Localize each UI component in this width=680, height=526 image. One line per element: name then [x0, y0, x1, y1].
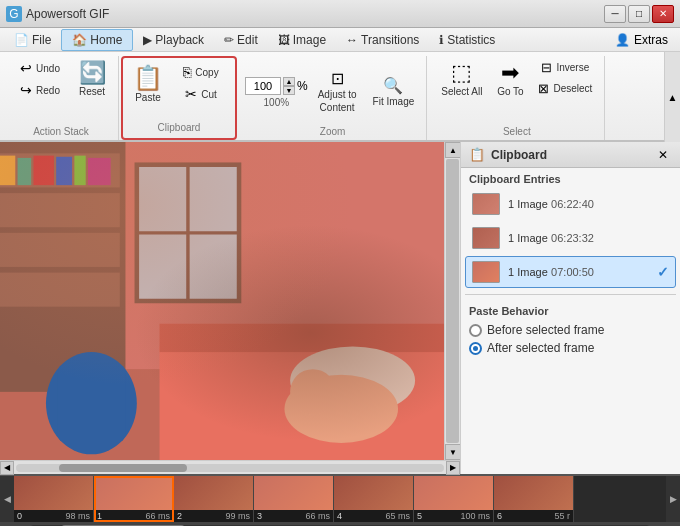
menu-image[interactable]: 🖼 Image	[268, 29, 336, 51]
undo-icon: ↩	[20, 61, 32, 75]
menu-edit[interactable]: ✏ Edit	[214, 29, 268, 51]
paste-after-option[interactable]: After selected frame	[469, 339, 672, 357]
canvas-hscroll-thumb[interactable]	[59, 464, 187, 472]
canvas-area[interactable]	[0, 142, 444, 460]
frame-item-6[interactable]: 6 55 r	[494, 476, 574, 522]
menu-statistics[interactable]: ℹ Statistics	[429, 29, 505, 51]
canvas-hscroll-track	[16, 464, 444, 472]
frame-thumb-2	[174, 476, 253, 510]
timeline-nav-left[interactable]: ◀	[0, 476, 14, 522]
paste-after-radio[interactable]	[469, 342, 482, 355]
ribbon-group-zoom: 100 ▲ ▼ % 100% ⊡ Adjust to Content 🔍 Fit…	[239, 56, 427, 140]
canvas-hscroll-left[interactable]: ◀	[0, 461, 14, 475]
scroll-thumb-v[interactable]	[446, 159, 459, 443]
ribbon-collapse-button[interactable]: ▲	[664, 52, 680, 142]
clip-thumb-1	[472, 193, 500, 215]
action-stack-content: ↩ Undo ↪ Redo 🔄 Reset	[10, 56, 112, 126]
canvas-hscroll-right[interactable]: ▶	[446, 461, 460, 475]
svg-text:G: G	[9, 7, 18, 21]
inverse-button[interactable]: ⊟ Inverse	[532, 58, 598, 77]
timeline: ◀ 0 98 ms 1 66 ms	[0, 474, 680, 526]
paste-before-option[interactable]: Before selected frame	[469, 321, 672, 339]
zoom-input[interactable]: 100	[245, 77, 281, 95]
paste-behavior: Paste Behavior Before selected frame Aft…	[461, 301, 680, 361]
hscroll-right-arrow[interactable]: ▶	[650, 522, 664, 526]
paste-behavior-label: Paste Behavior	[469, 305, 672, 317]
vertical-scrollbar[interactable]: ▲ ▼	[444, 142, 460, 460]
go-to-button[interactable]: ➡ Go To	[490, 58, 530, 101]
ribbon-group-select: ⬚ Select All ➡ Go To ⊟ Inverse ⊠ Deselec…	[429, 56, 605, 140]
maximize-button[interactable]: □	[628, 5, 650, 23]
fit-image-button[interactable]: 🔍 Fit Image	[367, 74, 421, 111]
extras-label: Extras	[634, 33, 668, 47]
image-icon: 🖼	[278, 33, 290, 47]
zoom-arrows: ▲ ▼	[283, 77, 295, 95]
inverse-icon: ⊟	[541, 61, 552, 74]
menubar: 📄 File 🏠 Home ▶ Playback ✏ Edit 🖼 Image …	[0, 28, 680, 52]
reset-button[interactable]: 🔄 Reset	[72, 58, 112, 101]
app-title: Apowersoft GIF	[26, 7, 600, 21]
clipboard-panel: 📋 Clipboard ✕ Clipboard Entries 1 Image …	[460, 142, 680, 474]
frame-item-0[interactable]: 0 98 ms	[14, 476, 94, 522]
adjust-to-content-button[interactable]: ⊡ Adjust to Content	[312, 67, 363, 117]
frame-info-3: 3 66 ms	[254, 510, 333, 522]
frame-info-1: 1 66 ms	[94, 510, 173, 522]
scene-overlay	[0, 142, 444, 460]
clipboard-panel-icon: 📋	[469, 147, 485, 162]
frame-item-2[interactable]: 2 99 ms	[174, 476, 254, 522]
copy-button[interactable]: ⎘ Copy	[171, 62, 231, 82]
clip-check-icon: ✓	[657, 264, 669, 280]
main-content: ▲ ▼ ◀ ▶ 📋 Clipboard ✕ Clipboard Entries	[0, 142, 680, 474]
zoom-up-arrow[interactable]: ▲	[283, 77, 295, 86]
menu-transitions[interactable]: ↔ Transitions	[336, 29, 429, 51]
paste-button[interactable]: 📋 Paste	[127, 62, 169, 107]
copy-cut-stack: ⎘ Copy ✂ Cut	[171, 62, 231, 104]
clipboard-close-button[interactable]: ✕	[654, 146, 672, 164]
timeline-nav-right[interactable]: ▶	[666, 476, 680, 522]
select-label: Select	[435, 126, 598, 140]
scroll-up-button[interactable]: ▲	[445, 142, 461, 158]
scroll-down-button[interactable]: ▼	[445, 444, 461, 460]
clip-entry-3[interactable]: 1 Image 07:00:50 ✓	[465, 256, 676, 288]
inverse-deselect-stack: ⊟ Inverse ⊠ Deselect	[532, 58, 598, 98]
deselect-button[interactable]: ⊠ Deselect	[532, 79, 598, 98]
hscroll-left-arrow[interactable]: ◀	[16, 522, 30, 526]
edit-icon: ✏	[224, 33, 234, 47]
close-button[interactable]: ✕	[652, 5, 674, 23]
frame-item-4[interactable]: 4 65 ms	[334, 476, 414, 522]
panel-header: 📋 Clipboard ✕	[461, 142, 680, 168]
clip-info-2: 1 Image 06:23:32	[508, 231, 669, 245]
frame-info-6: 6 55 r	[494, 510, 573, 522]
extras-button[interactable]: 👤 Extras	[607, 31, 676, 49]
paste-before-radio[interactable]	[469, 324, 482, 337]
redo-button[interactable]: ↪ Redo	[10, 80, 70, 100]
select-content: ⬚ Select All ➡ Go To ⊟ Inverse ⊠ Deselec…	[435, 56, 598, 126]
menu-home[interactable]: 🏠 Home	[61, 29, 133, 51]
frame-item-5[interactable]: 5 100 ms	[414, 476, 494, 522]
timeline-hscroll[interactable]: ◀ ▶	[0, 522, 680, 526]
menu-playback[interactable]: ▶ Playback	[133, 29, 214, 51]
zoom-down-arrow[interactable]: ▼	[283, 86, 295, 95]
app-icon: G	[6, 6, 22, 22]
adjust-icon: ⊡	[331, 71, 344, 87]
select-all-button[interactable]: ⬚ Select All	[435, 58, 488, 101]
panel-divider	[465, 294, 676, 295]
clip-entry-2[interactable]: 1 Image 06:23:32	[465, 222, 676, 254]
zoom-label: Zoom	[245, 126, 420, 140]
paste-icon: 📋	[133, 66, 163, 90]
undo-button[interactable]: ↩ Undo	[10, 58, 70, 78]
clip-thumb-3	[472, 261, 500, 283]
canvas-hscroll[interactable]: ◀ ▶	[0, 460, 460, 474]
chevron-up-icon: ▲	[668, 92, 678, 103]
frame-item-3[interactable]: 3 66 ms	[254, 476, 334, 522]
frame-info-0: 0 98 ms	[14, 510, 93, 522]
file-icon: 📄	[14, 33, 29, 47]
timeline-frames: 0 98 ms 1 66 ms 2 99 ms	[14, 476, 666, 522]
frame-item-1[interactable]: 1 66 ms	[94, 476, 174, 522]
frame-thumb-5	[414, 476, 493, 510]
minimize-button[interactable]: ─	[604, 5, 626, 23]
menu-file[interactable]: 📄 File	[4, 29, 61, 51]
cut-button[interactable]: ✂ Cut	[171, 84, 231, 104]
clip-entry-1[interactable]: 1 Image 06:22:40	[465, 188, 676, 220]
user-icon: 👤	[615, 33, 630, 47]
